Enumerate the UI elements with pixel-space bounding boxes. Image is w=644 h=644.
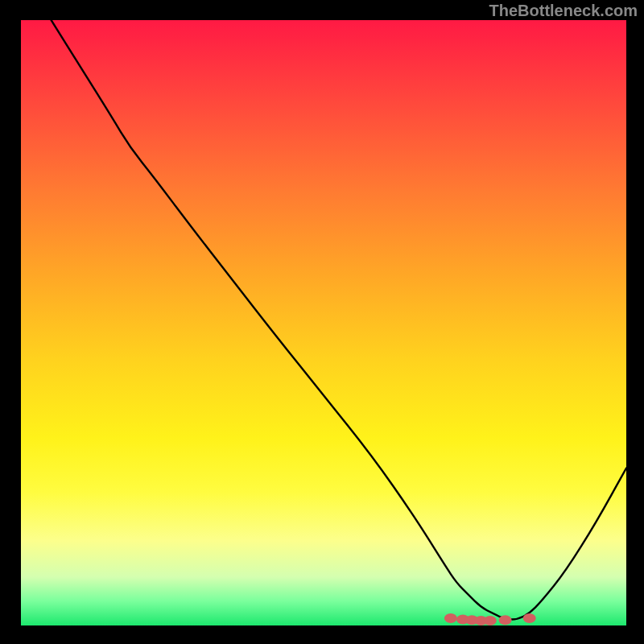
marker-layer: [21, 20, 626, 625]
plot-frame: [21, 20, 626, 625]
marker-point: [444, 613, 457, 623]
marker-point: [523, 613, 536, 623]
marker-point: [499, 615, 512, 625]
marker-point: [484, 616, 497, 625]
watermark-label: TheBottleneck.com: [489, 2, 638, 20]
